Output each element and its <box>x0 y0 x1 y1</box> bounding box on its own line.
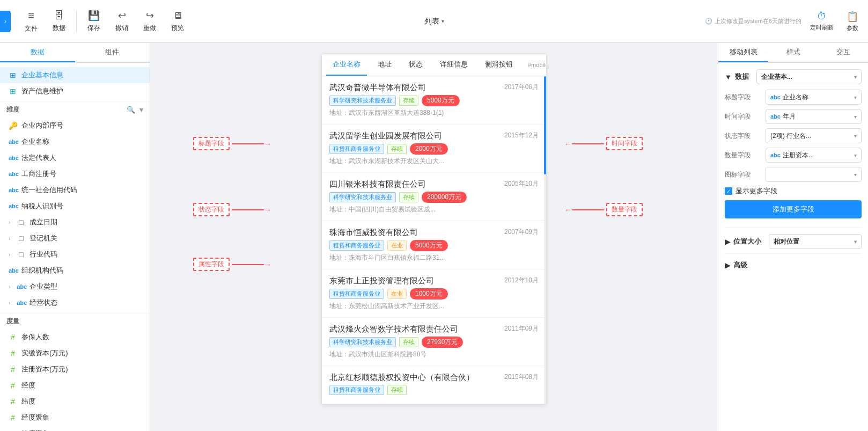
quantity-field-selector[interactable]: abc 注册资本... ▾ <box>766 148 862 163</box>
company-date: 2017年06月 <box>504 83 539 92</box>
sidebar-tabs: 数据 组件 <box>0 43 150 63</box>
company-name: 四川银米科技有限责任公司 <box>329 179 504 189</box>
hash-icon-4: # <box>9 381 17 390</box>
params-button[interactable]: 📋 参数 <box>842 9 863 34</box>
save-button[interactable]: 💾 保存 <box>81 6 107 36</box>
sidebar-item-company-type[interactable]: › abc 企业类型 <box>0 279 150 295</box>
list-item[interactable]: 武汉烽火众智数字技术有限责任公司 2011年09月 科学研究和技术服务业 存续 … <box>322 318 546 366</box>
company-date: 2011年09月 <box>504 324 539 333</box>
mobile-tab-slide[interactable]: 侧滑按钮 <box>479 54 519 76</box>
preview-button[interactable]: 🖥 预览 <box>165 7 190 36</box>
industry-tag: 租赁和商务服务业 <box>329 144 384 154</box>
expand-arrow-3: › <box>9 252 10 258</box>
title-dropdown-arrow[interactable]: ▾ <box>442 18 444 24</box>
status-tag: 存续 <box>399 192 418 202</box>
sidebar-item-reg-no[interactable]: abc 工商注册号 <box>0 166 150 182</box>
company-name: 东莞市上正投资管理有限公司 <box>329 276 504 286</box>
scrollbar[interactable] <box>544 76 546 404</box>
sidebar-item-actual-capital[interactable]: # 实缴资本(万元) <box>0 345 150 361</box>
company-address: 地址：武汉市东湖新技术开发区关山大... <box>329 157 539 166</box>
list-item[interactable]: 四川银米科技有限责任公司 2005年10月 科学研究和技术服务业 存续 2000… <box>322 173 546 221</box>
sidebar-item-biz-status[interactable]: › abc 经营状态 <box>0 295 150 311</box>
company-date: 2012年10月 <box>504 276 539 285</box>
annotation-box-quantity: 数量字段 <box>606 203 643 216</box>
list-item[interactable]: 珠海市恒威投资有限公司 2007年09月 租赁和商务服务业 在业 5000万元 … <box>322 221 546 269</box>
chevron-down-icon: ▾ <box>854 74 857 80</box>
amount-badge: 1000万元 <box>410 288 448 299</box>
expand-arrow: › <box>9 220 10 225</box>
industry-tag: 科学研究和技术服务业 <box>329 192 396 202</box>
right-tab-interaction[interactable]: 交互 <box>818 43 868 62</box>
time-field-selector[interactable]: abc 年月 ▾ <box>766 109 862 124</box>
right-section-header-data[interactable]: ▼ 数据 企业基本... ▾ <box>725 69 862 84</box>
mobile-tab-name[interactable]: 企业名称 <box>326 54 367 76</box>
right-tab-mobile-list[interactable]: 移动列表 <box>718 43 768 62</box>
sidebar-item-insured[interactable]: # 参保人数 <box>0 329 150 345</box>
annotation-status-field: 状态字段 → <box>193 203 271 216</box>
sidebar-item-name[interactable]: abc 企业名称 <box>0 134 150 150</box>
sidebar-item-reg-org[interactable]: › □ 登记机关 <box>0 230 150 246</box>
sidebar-item-lng-cluster[interactable]: # 经度聚集 <box>0 410 150 426</box>
sidebar-item-industry-code[interactable]: › □ 行业代码 <box>0 246 150 262</box>
sidebar-item-lat-cluster[interactable]: # 纬度聚集 <box>0 426 150 431</box>
collapse-button[interactable]: › <box>0 11 11 32</box>
file-button[interactable]: ≡ 文件 <box>18 6 44 36</box>
industry-tag: 租赁和商务服务业 <box>329 289 384 299</box>
status-field-selector[interactable]: (2项) 行业名... ▾ <box>766 128 862 143</box>
icon-field-selector[interactable]: ▾ <box>766 167 862 182</box>
section-arrow: ▼ <box>725 73 732 81</box>
expand-arrow-2: › <box>9 236 10 242</box>
redo-button[interactable]: ↪ 重做 <box>137 6 163 36</box>
field-row-quantity: 数量字段 abc 注册资本... ▾ <box>725 148 862 163</box>
sidebar-item-social-credit[interactable]: abc 统一社会信用代码 <box>0 182 150 198</box>
sidebar-item-latitude[interactable]: # 纬度 <box>0 393 150 410</box>
chevron-icon-6: ▾ <box>854 239 857 245</box>
mobile-list[interactable]: 武汉奇普微半导体有限公司 2017年06月 科学研究和技术服务业 存续 5000… <box>322 76 546 404</box>
company-address: 地址：中国(四川)自由贸易试验区成... <box>329 205 539 214</box>
timer-refresh-button[interactable]: ⏱ 定时刷新 <box>806 9 838 34</box>
tab-data[interactable]: 数据 <box>0 43 75 62</box>
list-item[interactable]: 北京红杉顺德股权投资中心（有限合伙） 2015年08月 租赁和商务服务业 存续 <box>322 366 546 404</box>
position-header[interactable]: ▶ 位置大小 相对位置 ▾ <box>725 234 862 249</box>
abc-icon-4: abc <box>9 187 17 193</box>
sidebar-item-tax-id[interactable]: abc 纳税人识别号 <box>0 198 150 214</box>
sidebar-item-org-code[interactable]: abc 组织机构代码 <box>0 262 150 279</box>
sidebar-item-enterprise[interactable]: ⊞ 企业基本信息 <box>0 67 150 83</box>
timer-icon: ⏱ <box>817 11 827 22</box>
sidebar-item-assets[interactable]: ⊞ 资产信息维护 <box>0 83 150 99</box>
search-icon[interactable]: 🔍 <box>127 106 135 114</box>
list-item[interactable]: 东莞市上正投资管理有限公司 2012年10月 租赁和商务服务业 在业 1000万… <box>322 269 546 318</box>
tab-components[interactable]: 组件 <box>75 43 150 62</box>
sidebar-item-reg-capital[interactable]: # 注册资本(万元) <box>0 361 150 377</box>
dimension-actions: 🔍 ▾ <box>127 106 143 114</box>
company-address: 地址：武汉市洪山区邮科院路88号 <box>329 350 539 359</box>
list-item[interactable]: 武汉留学生创业园发展有限公司 2015年12月 租赁和商务服务业 存续 2000… <box>322 125 546 173</box>
list-item[interactable]: 武汉奇普微半导体有限公司 2017年06月 科学研究和技术服务业 存续 5000… <box>322 76 546 125</box>
chevron-down-icon[interactable]: ▾ <box>139 106 143 114</box>
abc-icon-2: abc <box>9 155 17 161</box>
show-more-fields-row: 显示更多字段 <box>725 186 862 196</box>
data-button[interactable]: 🗄 数据 <box>46 7 72 36</box>
position-selector[interactable]: 相对位置 ▾ <box>769 234 862 249</box>
add-more-fields-button[interactable]: 添加更多字段 <box>725 200 862 218</box>
sidebar-item-founding-date[interactable]: › □ 成立日期 <box>0 214 150 230</box>
chevron-icon-2: ▾ <box>854 114 857 120</box>
sidebar-item-longitude[interactable]: # 经度 <box>0 377 150 393</box>
status-tag: 存续 <box>399 337 418 347</box>
status-tag: 在业 <box>387 289 407 299</box>
right-tab-style[interactable]: 样式 <box>768 43 818 62</box>
mobile-tab-address[interactable]: 地址 <box>371 54 398 76</box>
advanced-header[interactable]: ▶ 高级 <box>725 260 862 270</box>
sidebar-item-internal-id[interactable]: 🔑 企业内部序号 <box>0 118 150 134</box>
mobile-tab-detail[interactable]: 详细信息 <box>433 54 474 76</box>
title-field-selector[interactable]: abc 企业名称 ▾ <box>766 90 862 105</box>
status-tag: 存续 <box>387 144 407 154</box>
undo-button[interactable]: ↩ 撤销 <box>109 6 135 36</box>
position-arrow: ▶ <box>725 238 730 246</box>
show-more-checkbox[interactable] <box>725 187 732 195</box>
sidebar-item-legal-rep[interactable]: abc 法定代表人 <box>0 150 150 166</box>
mobile-tab-status[interactable]: 状态 <box>402 54 429 76</box>
data-source-selector[interactable]: 企业基本... ▾ <box>756 69 862 84</box>
company-name: 北京红杉顺德股权投资中心（有限合伙） <box>329 372 504 383</box>
status-tag: 存续 <box>399 96 418 106</box>
